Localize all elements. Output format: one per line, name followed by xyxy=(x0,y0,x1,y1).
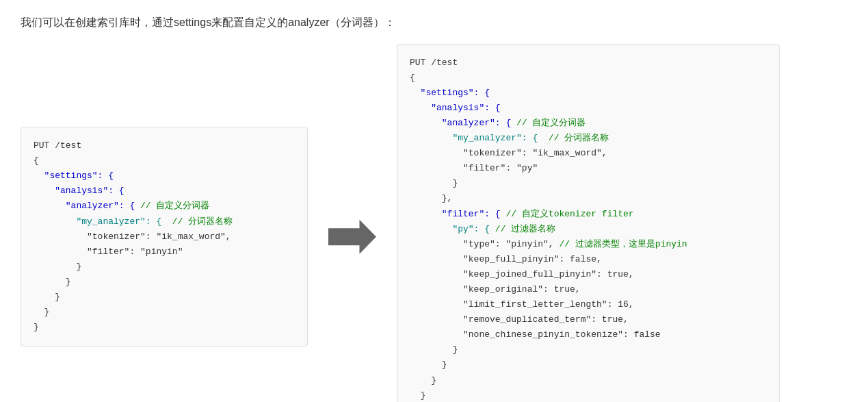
main-content: PUT /test{ "settings": { "analysis": { "… xyxy=(21,44,847,402)
code-token: "limit_first_letter_length": 16, xyxy=(410,299,634,310)
code-line: "limit_first_letter_length": 16, xyxy=(410,297,767,312)
code-token: "analysis": { xyxy=(34,186,124,196)
code-token: // 过滤器名称 xyxy=(495,224,555,234)
code-token: "filter": "pinyin" xyxy=(34,247,183,257)
code-line: } xyxy=(34,305,295,320)
code-line: "tokenizer": "ik_max_word", xyxy=(410,146,767,161)
code-line: "my_analyzer": { // 分词器名称 xyxy=(410,131,767,146)
code-token: // 自定义分词器 xyxy=(140,201,209,211)
code-token: "keep_joined_full_pinyin": true, xyxy=(410,269,634,279)
code-line: } xyxy=(410,342,767,357)
code-line: PUT /test xyxy=(410,55,767,71)
code-line: "analyzer": { // 自定义分词器 xyxy=(410,116,767,131)
code-token: } xyxy=(410,360,447,370)
code-line: "none_chinese_pinyin_tokenize": false xyxy=(410,327,767,342)
code-line: "keep_original": true, xyxy=(410,282,767,297)
code-line: } xyxy=(34,290,295,305)
code-line: "settings": { xyxy=(34,168,295,184)
code-token: PUT /test xyxy=(410,58,458,68)
code-token: // 过滤器类型，这里是pinyin xyxy=(559,239,687,249)
code-token: { xyxy=(34,155,39,166)
code-token: "settings": { xyxy=(410,88,490,98)
code-token: // 分词器名称 xyxy=(549,133,609,143)
code-line: "keep_joined_full_pinyin": true, xyxy=(410,267,767,282)
code-token: "keep_full_pinyin": false, xyxy=(410,254,602,264)
code-token: PUT /test xyxy=(34,140,81,151)
code-token: // 自定义分词器 xyxy=(516,118,586,128)
code-token: } xyxy=(410,178,458,188)
code-token: } xyxy=(34,322,39,332)
code-token: "my_analyzer": { xyxy=(410,133,549,143)
code-line: } xyxy=(410,176,767,191)
code-line: } xyxy=(34,260,295,275)
code-token: "none_chinese_pinyin_tokenize": false xyxy=(410,329,661,340)
code-token: "analyzer": { xyxy=(34,201,140,211)
code-token: { xyxy=(410,73,415,83)
code-token: // 自定义tokenizer filter xyxy=(505,209,633,219)
code-line: "settings": { xyxy=(410,86,767,101)
code-line: "my_analyzer": { // 分词器名称 xyxy=(34,214,295,229)
code-line: "keep_full_pinyin": false, xyxy=(410,252,767,267)
code-token: } xyxy=(34,262,81,272)
code-token: }, xyxy=(410,193,452,203)
code-token: } xyxy=(34,307,49,317)
code-token: "type": "pinyin", xyxy=(410,239,559,249)
code-line: "filter": "py" xyxy=(410,161,767,176)
code-token: } xyxy=(34,277,71,287)
code-line: "analysis": { xyxy=(34,184,295,199)
code-line: "analyzer": { // 自定义分词器 xyxy=(34,199,295,214)
code-token: "analyzer": { xyxy=(410,118,516,128)
code-line: "analysis": { xyxy=(410,101,767,116)
code-token: } xyxy=(410,375,436,386)
code-token: "analysis": { xyxy=(410,103,501,113)
code-token: } xyxy=(34,292,60,302)
code-token: // 分词器名称 xyxy=(172,216,233,227)
code-line: PUT /test xyxy=(34,138,295,153)
code-line: } xyxy=(34,275,295,290)
code-line: "filter": "pinyin" xyxy=(34,244,295,260)
code-line: } xyxy=(410,357,767,373)
right-code-box: PUT /test{ "settings": { "analysis": { "… xyxy=(397,44,780,402)
code-token: "filter": { xyxy=(410,209,505,219)
code-line: { xyxy=(410,71,767,86)
code-token: } xyxy=(410,344,458,355)
code-line: "tokenizer": "ik_max_word", xyxy=(34,229,295,244)
header-text: 我们可以在创建索引库时，通过settings来配置自定义的analyzer（分词… xyxy=(21,14,847,32)
code-line: } xyxy=(410,388,767,402)
code-line: }, xyxy=(410,191,767,206)
code-token: "py": { xyxy=(410,224,495,234)
code-token: "tokenizer": "ik_max_word", xyxy=(410,148,607,158)
code-line: "filter": { // 自定义tokenizer filter xyxy=(410,207,767,222)
code-token: "my_analyzer": { xyxy=(34,216,172,227)
code-token: } xyxy=(410,390,425,401)
code-token: "filter": "py" xyxy=(410,163,538,173)
arrow-icon xyxy=(328,220,376,254)
code-token: "remove_duplicated_term": true, xyxy=(410,314,629,325)
code-line: } xyxy=(410,373,767,388)
code-token: "settings": { xyxy=(34,171,114,181)
code-line: "remove_duplicated_term": true, xyxy=(410,312,767,327)
code-line: "py": { // 过滤器名称 xyxy=(410,222,767,237)
code-line: } xyxy=(34,320,295,335)
left-code-box: PUT /test{ "settings": { "analysis": { "… xyxy=(21,127,308,347)
code-token: "tokenizer": "ik_max_word", xyxy=(34,231,231,242)
code-line: "type": "pinyin", // 过滤器类型，这里是pinyin xyxy=(410,237,767,252)
code-line: { xyxy=(34,153,295,168)
code-token: "keep_original": true, xyxy=(410,284,581,294)
